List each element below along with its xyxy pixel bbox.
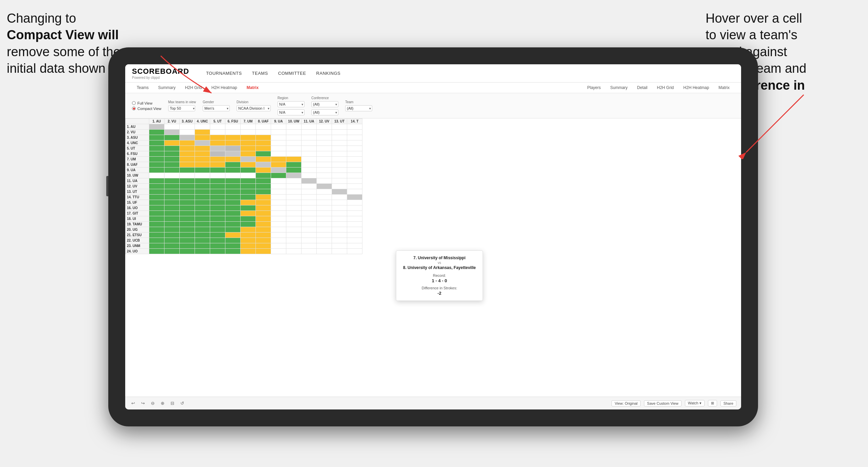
- matrix-cell[interactable]: [180, 195, 195, 200]
- matrix-cell[interactable]: [271, 195, 286, 200]
- matrix-cell[interactable]: [241, 195, 256, 200]
- matrix-cell[interactable]: [149, 178, 164, 184]
- matrix-cell[interactable]: [241, 243, 256, 249]
- matrix-cell[interactable]: [332, 135, 347, 140]
- matrix-cell[interactable]: [195, 173, 210, 178]
- matrix-cell[interactable]: [149, 130, 164, 135]
- matrix-cell[interactable]: [241, 135, 256, 140]
- matrix-cell[interactable]: [332, 146, 347, 151]
- matrix-cell[interactable]: [164, 184, 180, 189]
- matrix-cell[interactable]: [164, 200, 180, 205]
- matrix-cell[interactable]: [241, 124, 256, 130]
- matrix-cell[interactable]: [225, 140, 241, 146]
- matrix-cell[interactable]: [286, 178, 302, 184]
- save-custom-btn[interactable]: Save Custom View: [644, 400, 682, 406]
- matrix-cell[interactable]: [332, 173, 347, 178]
- matrix-cell[interactable]: [241, 130, 256, 135]
- matrix-cell[interactable]: [225, 227, 241, 232]
- matrix-cell[interactable]: [347, 162, 362, 168]
- matrix-cell[interactable]: [271, 124, 286, 130]
- matrix-cell[interactable]: [302, 124, 317, 130]
- matrix-cell[interactable]: [286, 184, 302, 189]
- zoom-in-icon[interactable]: ⊕: [159, 400, 166, 406]
- matrix-cell[interactable]: [347, 135, 362, 140]
- matrix-cell[interactable]: [164, 216, 180, 222]
- matrix-cell[interactable]: [271, 238, 286, 243]
- matrix-cell[interactable]: [332, 227, 347, 232]
- matrix-cell[interactable]: [241, 178, 256, 184]
- matrix-cell[interactable]: [347, 200, 362, 205]
- matrix-cell[interactable]: [225, 211, 241, 216]
- matrix-cell[interactable]: [180, 211, 195, 216]
- matrix-cell[interactable]: [180, 151, 195, 157]
- matrix-cell[interactable]: [195, 189, 210, 195]
- matrix-cell[interactable]: [317, 162, 332, 168]
- matrix-cell[interactable]: [332, 238, 347, 243]
- matrix-cell[interactable]: [210, 222, 225, 227]
- matrix-cell[interactable]: [317, 135, 332, 140]
- matrix-cell[interactable]: [164, 146, 180, 151]
- matrix-cell[interactable]: [286, 168, 302, 173]
- matrix-cell[interactable]: [210, 130, 225, 135]
- matrix-cell[interactable]: [195, 249, 210, 254]
- matrix-cell[interactable]: [210, 173, 225, 178]
- matrix-cell[interactable]: [241, 238, 256, 243]
- matrix-cell[interactable]: [164, 151, 180, 157]
- matrix-cell[interactable]: [180, 216, 195, 222]
- matrix-cell[interactable]: [210, 151, 225, 157]
- matrix-cell[interactable]: [225, 243, 241, 249]
- matrix-cell[interactable]: [347, 130, 362, 135]
- matrix-cell[interactable]: [195, 130, 210, 135]
- matrix-cell[interactable]: [195, 232, 210, 238]
- matrix-cell[interactable]: [302, 151, 317, 157]
- matrix-cell[interactable]: [317, 124, 332, 130]
- matrix-cell[interactable]: [225, 238, 241, 243]
- matrix-cell[interactable]: [286, 130, 302, 135]
- matrix-cell[interactable]: [225, 135, 241, 140]
- conference-select2[interactable]: (All): [311, 109, 338, 115]
- matrix-cell[interactable]: [149, 249, 164, 254]
- redo-icon[interactable]: ↪: [140, 400, 146, 406]
- matrix-cell[interactable]: [271, 216, 286, 222]
- matrix-cell[interactable]: [256, 146, 271, 151]
- matrix-cell[interactable]: [302, 184, 317, 189]
- matrix-cell[interactable]: [180, 243, 195, 249]
- matrix-cell[interactable]: [256, 232, 271, 238]
- matrix-cell[interactable]: [332, 222, 347, 227]
- matrix-cell[interactable]: [225, 124, 241, 130]
- matrix-cell[interactable]: [317, 157, 332, 162]
- matrix-cell[interactable]: [149, 222, 164, 227]
- nav-tournaments[interactable]: TOURNAMENTS: [206, 71, 242, 76]
- matrix-area[interactable]: 1. AU 2. VU 3. ASU 4. UNC 5. UT 6. FSU 7…: [125, 118, 741, 404]
- matrix-cell[interactable]: [317, 151, 332, 157]
- matrix-cell[interactable]: [347, 249, 362, 254]
- matrix-cell[interactable]: [302, 162, 317, 168]
- matrix-cell[interactable]: [256, 249, 271, 254]
- matrix-cell[interactable]: [180, 227, 195, 232]
- matrix-cell[interactable]: [164, 238, 180, 243]
- matrix-cell[interactable]: [180, 222, 195, 227]
- matrix-cell[interactable]: [256, 151, 271, 157]
- matrix-cell[interactable]: [286, 140, 302, 146]
- matrix-cell[interactable]: [241, 200, 256, 205]
- matrix-cell[interactable]: [286, 211, 302, 216]
- watch-btn[interactable]: Watch ▾: [685, 400, 705, 406]
- matrix-cell[interactable]: [195, 243, 210, 249]
- matrix-cell[interactable]: [210, 195, 225, 200]
- matrix-cell[interactable]: [347, 168, 362, 173]
- matrix-cell[interactable]: [210, 178, 225, 184]
- matrix-cell[interactable]: [256, 243, 271, 249]
- matrix-cell[interactable]: [180, 162, 195, 168]
- matrix-cell[interactable]: [225, 205, 241, 211]
- matrix-cell[interactable]: [317, 140, 332, 146]
- matrix-cell[interactable]: [241, 162, 256, 168]
- matrix-cell[interactable]: [241, 173, 256, 178]
- matrix-cell[interactable]: [195, 200, 210, 205]
- matrix-cell[interactable]: [164, 189, 180, 195]
- matrix-cell[interactable]: [149, 200, 164, 205]
- matrix-cell[interactable]: [210, 168, 225, 173]
- matrix-cell[interactable]: [302, 211, 317, 216]
- matrix-cell[interactable]: [317, 195, 332, 200]
- matrix-cell[interactable]: [317, 168, 332, 173]
- matrix-cell[interactable]: [317, 232, 332, 238]
